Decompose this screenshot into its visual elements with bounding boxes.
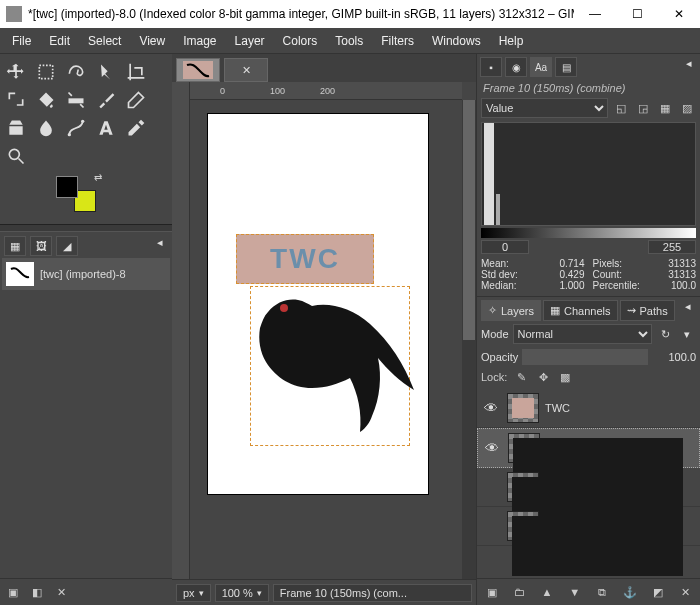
dock-menu-icon[interactable]: ◂	[680, 300, 696, 321]
visibility-toggle[interactable]: 👁	[482, 440, 502, 456]
tool-options-tab[interactable]: ▦	[4, 236, 26, 256]
visibility-toggle[interactable]: 👁	[481, 400, 501, 416]
document-tab[interactable]	[176, 58, 220, 82]
hist-range-low[interactable]: 0	[481, 240, 529, 254]
mask-layer-button[interactable]: ◩	[649, 583, 667, 601]
paintbrush-tool[interactable]	[94, 88, 118, 112]
gradient-tool[interactable]	[64, 88, 88, 112]
lock-position-icon[interactable]: ✥	[535, 369, 551, 385]
menu-edit[interactable]: Edit	[41, 30, 78, 52]
fg-color-swatch[interactable]	[56, 176, 78, 198]
svg-point-3	[81, 120, 84, 123]
document-history-tab[interactable]: ▤	[555, 57, 577, 77]
menu-filters[interactable]: Filters	[373, 30, 422, 52]
tab-layers[interactable]: ✧Layers	[481, 300, 541, 321]
fuzzy-select-tool[interactable]	[94, 60, 118, 84]
duplicate-layer-button[interactable]: ⧉	[593, 583, 611, 601]
image-list-item[interactable]: [twc] (imported)-8	[2, 258, 170, 290]
images-tab[interactable]: 🖼	[30, 236, 52, 256]
layer-row[interactable]: 👁 Frame 10 (150ms	[477, 428, 700, 468]
menu-tools[interactable]: Tools	[327, 30, 371, 52]
menu-colors[interactable]: Colors	[275, 30, 326, 52]
unit-selector[interactable]: px▾	[176, 584, 211, 602]
brushes-tab[interactable]: ◢	[56, 236, 78, 256]
zoom-tool[interactable]	[4, 144, 28, 168]
log-hist-icon[interactable]: ◲	[634, 99, 652, 117]
tab-channels[interactable]: ▦Channels	[543, 300, 617, 321]
menu-layer[interactable]: Layer	[227, 30, 273, 52]
menu-help[interactable]: Help	[491, 30, 532, 52]
dock-divider[interactable]	[0, 224, 172, 232]
hist-range-high[interactable]: 255	[648, 240, 696, 254]
menu-image[interactable]: Image	[175, 30, 224, 52]
menu-file[interactable]: File	[4, 30, 39, 52]
fg-bg-colors[interactable]: ⇄	[56, 176, 96, 212]
luminance-hist-icon[interactable]: ▨	[678, 99, 696, 117]
new-group-button[interactable]: 🗀	[510, 583, 528, 601]
transform-tool[interactable]	[4, 88, 28, 112]
smudge-tool[interactable]	[34, 116, 58, 140]
svg-rect-1	[69, 98, 84, 103]
new-layer-button[interactable]: ▣	[483, 583, 501, 601]
opacity-slider[interactable]	[522, 349, 648, 365]
left-dock: ⇄ ▦ 🖼 ◢ ◂ [twc] (imported)-8 ▣ ◧ ✕	[0, 54, 172, 605]
lock-alpha-icon[interactable]: ▩	[557, 369, 573, 385]
rect-select-tool[interactable]	[34, 60, 58, 84]
linear-hist-icon[interactable]: ◱	[612, 99, 630, 117]
menu-select[interactable]: Select	[80, 30, 129, 52]
eraser-tool[interactable]	[124, 88, 148, 112]
new-image-button[interactable]: ◧	[28, 583, 46, 601]
font-tab[interactable]: Aa	[530, 57, 552, 77]
lock-pixels-icon[interactable]: ✎	[513, 369, 529, 385]
right-dock: ▪ ◉ Aa ▤ ◂ Frame 10 (150ms) (combine) Va…	[476, 54, 700, 605]
path-tool[interactable]	[64, 116, 88, 140]
status-layer-label: Frame 10 (150ms) (com...	[273, 584, 472, 602]
canvas[interactable]: TWC	[208, 114, 428, 494]
opacity-value[interactable]: 100.0	[652, 351, 696, 363]
dock-menu-icon[interactable]: ◂	[152, 236, 168, 256]
histogram-display[interactable]	[481, 122, 696, 226]
pointer-tab[interactable]: ◉	[505, 57, 527, 77]
status-bar: px▾ 100 %▾ Frame 10 (150ms) (com...	[172, 579, 476, 605]
layer-name[interactable]: TWC	[545, 402, 696, 414]
bucket-fill-tool[interactable]	[34, 88, 58, 112]
raise-layer-button[interactable]: ▲	[538, 583, 556, 601]
color-picker-tool[interactable]	[124, 116, 148, 140]
image-name: [twc] (imported)-8	[40, 268, 126, 280]
maximize-button[interactable]: ☐	[616, 0, 658, 28]
delete-image-button[interactable]: ✕	[52, 583, 70, 601]
close-tab-button[interactable]: ✕	[224, 58, 268, 82]
merge-layer-button[interactable]: ⚓	[621, 583, 639, 601]
default-colors-icon[interactable]	[46, 204, 56, 214]
minimize-button[interactable]: —	[574, 0, 616, 28]
clone-tool[interactable]	[4, 116, 28, 140]
horizontal-ruler[interactable]: 0 100 200	[190, 82, 462, 100]
vertical-scrollbar[interactable]	[462, 100, 476, 579]
histogram-tab[interactable]: ▪	[480, 57, 502, 77]
layer-row[interactable]: 👁 TWC	[477, 389, 700, 428]
lower-layer-button[interactable]: ▼	[566, 583, 584, 601]
vertical-ruler[interactable]	[172, 82, 190, 579]
delete-layer-button[interactable]: ✕	[676, 583, 694, 601]
histogram-stats: Mean:0.714 Std dev:0.429 Median:1.000 Pi…	[477, 256, 700, 293]
menu-windows[interactable]: Windows	[424, 30, 489, 52]
move-tool[interactable]	[4, 60, 28, 84]
raise-image-button[interactable]: ▣	[4, 583, 22, 601]
zoom-selector[interactable]: 100 %▾	[215, 584, 269, 602]
swap-colors-icon[interactable]: ⇄	[94, 172, 102, 183]
text-tool[interactable]	[94, 116, 118, 140]
histogram-gradient[interactable]	[481, 228, 696, 238]
mode-menu-icon[interactable]: ▾	[678, 325, 696, 343]
mode-switch-icon[interactable]: ↻	[656, 325, 674, 343]
histogram-title: Frame 10 (150ms) (combine)	[477, 80, 700, 96]
close-button[interactable]: ✕	[658, 0, 700, 28]
menu-view[interactable]: View	[131, 30, 173, 52]
blend-mode-select[interactable]: Normal	[513, 324, 652, 344]
free-select-tool[interactable]	[64, 60, 88, 84]
tab-paths[interactable]: ⇝Paths	[620, 300, 675, 321]
rgb-hist-icon[interactable]: ▦	[656, 99, 674, 117]
dock-menu-icon[interactable]: ◂	[681, 57, 697, 77]
histogram-channel-select[interactable]: Value	[481, 98, 608, 118]
crop-tool[interactable]	[124, 60, 148, 84]
window-titlebar: *[twc] (imported)-8.0 (Indexed color 8-b…	[0, 0, 700, 28]
